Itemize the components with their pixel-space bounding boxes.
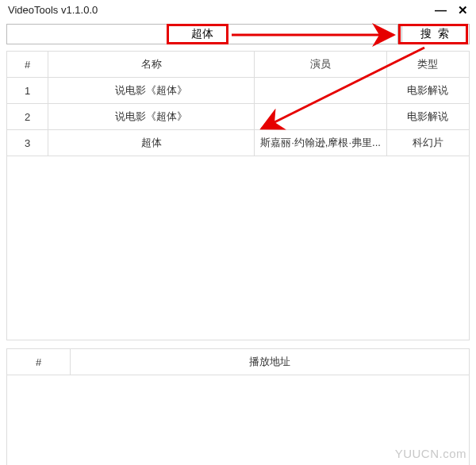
results-header-actor: 演员 xyxy=(255,52,387,78)
close-icon[interactable]: ✕ xyxy=(458,4,468,16)
cell-name: 说电影《超体》 xyxy=(48,78,255,104)
cell-type: 科幻片 xyxy=(386,130,469,156)
minimize-icon[interactable]: — xyxy=(435,4,447,16)
results-empty-area xyxy=(6,156,470,340)
results-header-index: # xyxy=(7,52,48,78)
search-row: 搜索 xyxy=(0,22,476,48)
table-row[interactable]: 2 说电影《超体》 电影解说 xyxy=(7,104,470,130)
results-header-name: 名称 xyxy=(48,52,255,78)
window-title: VideoTools v1.1.0.0 xyxy=(8,4,98,16)
cell-type: 电影解说 xyxy=(386,78,469,104)
watermark: YUUCN.com xyxy=(395,447,466,460)
search-input[interactable] xyxy=(6,24,398,44)
results-header-row: # 名称 演员 类型 xyxy=(7,52,470,78)
playlist-table: # 播放地址 xyxy=(6,348,470,375)
cell-index: 3 xyxy=(7,130,48,156)
cell-type: 电影解说 xyxy=(386,104,469,130)
table-row[interactable]: 1 说电影《超体》 电影解说 xyxy=(7,78,470,104)
window-controls: — ✕ xyxy=(435,4,468,16)
title-bar: VideoTools v1.1.0.0 — ✕ xyxy=(0,0,476,22)
results-area: # 名称 演员 类型 1 说电影《超体》 电影解说 2 说电影《超体》 电影解说… xyxy=(6,51,470,340)
table-row[interactable]: 3 超体 斯嘉丽·约翰逊,摩根·弗里... 科幻片 xyxy=(7,130,470,156)
cell-actor: 斯嘉丽·约翰逊,摩根·弗里... xyxy=(255,130,387,156)
cell-index: 2 xyxy=(7,104,48,130)
cell-actor xyxy=(255,104,387,130)
cell-actor xyxy=(255,78,387,104)
results-table: # 名称 演员 类型 1 说电影《超体》 电影解说 2 说电影《超体》 电影解说… xyxy=(6,51,470,156)
playlist-header-row: # 播放地址 xyxy=(7,349,470,375)
playlist-header-url: 播放地址 xyxy=(71,349,470,375)
cell-name: 超体 xyxy=(48,130,255,156)
search-button[interactable]: 搜索 xyxy=(401,24,470,44)
playlist-header-index: # xyxy=(7,349,71,375)
cell-name: 说电影《超体》 xyxy=(48,104,255,130)
cell-index: 1 xyxy=(7,78,48,104)
results-header-type: 类型 xyxy=(386,52,469,78)
